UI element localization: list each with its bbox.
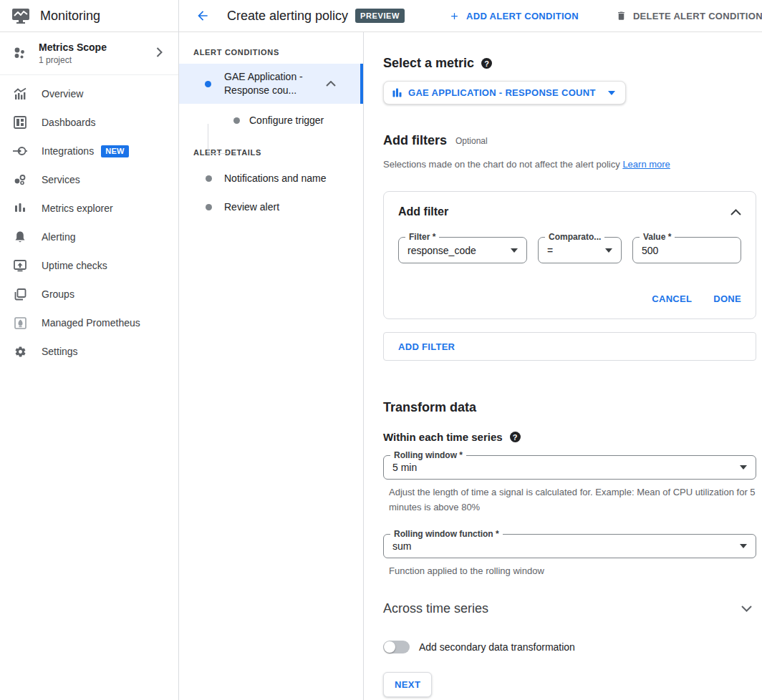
filter-card-collapse-icon[interactable] — [730, 209, 741, 215]
condition-editor: Select a metric ? GAE APPLICATION - RESP… — [364, 32, 762, 700]
page-title: Create alerting policy — [227, 9, 348, 24]
across-time-series-section[interactable]: Across time series — [383, 601, 756, 616]
app-title: Monitoring — [40, 9, 100, 24]
active-step-indicator-bar — [360, 64, 363, 104]
sidebar-item-integrations[interactable]: Integrations NEW — [0, 137, 178, 165]
rolling-window-select[interactable]: Rolling window * 5 min — [383, 455, 756, 480]
bar-chart-icon — [392, 88, 402, 97]
sidebar: Monitoring Metrics Scope 1 project Overv… — [0, 0, 179, 700]
topbar: Create alerting policy PREVIEW ADD ALERT… — [179, 0, 762, 32]
metrics-scope-subtitle: 1 project — [39, 55, 156, 65]
main-region: Create alerting policy PREVIEW ADD ALERT… — [179, 0, 762, 700]
within-each-time-series-heading: Within each time series ? — [383, 431, 756, 443]
settings-gear-icon — [12, 344, 28, 359]
sidebar-item-uptime-checks[interactable]: Uptime checks — [0, 251, 178, 280]
secondary-transformation-row: Add secondary data transformation — [383, 641, 756, 653]
secondary-transformation-toggle[interactable] — [383, 641, 410, 653]
uptime-checks-icon — [12, 258, 28, 273]
active-step-label-line1: GAE Application - — [224, 70, 324, 84]
delete-alert-condition-button[interactable]: DELETE ALERT CONDITION — [616, 10, 762, 21]
managed-prometheus-icon — [12, 316, 28, 330]
sidebar-item-alerting[interactable]: Alerting — [0, 223, 178, 251]
done-button[interactable]: DONE — [713, 293, 741, 304]
filter-select[interactable]: Filter * response_code — [398, 237, 527, 263]
sidebar-item-services[interactable]: Services — [0, 165, 178, 194]
groups-icon — [12, 287, 28, 301]
active-step-label-line2: Response cou... — [224, 84, 324, 97]
add-filters-heading: Add filters Optional — [383, 133, 756, 148]
alert-steps-panel: ALERT CONDITIONS GAE Application - Respo… — [179, 32, 364, 700]
add-filter-title: Add filter — [398, 205, 448, 218]
next-button[interactable]: NEXT — [383, 672, 432, 697]
sidebar-item-settings[interactable]: Settings — [0, 337, 178, 366]
optional-label: Optional — [455, 136, 488, 146]
alerting-icon — [12, 230, 28, 244]
dropdown-caret-icon — [740, 465, 747, 470]
sidebar-nav: Overview Dashboards Integrations NEW Ser… — [0, 75, 178, 366]
trash-icon — [616, 10, 627, 21]
sidebar-item-metrics-explorer[interactable]: Metrics explorer — [0, 194, 178, 223]
monitoring-logo-icon — [11, 8, 30, 24]
filters-note: Selections made on the chart do not affe… — [383, 159, 756, 170]
comparator-select[interactable]: Comparato... = — [538, 237, 622, 263]
sidebar-item-dashboards[interactable]: Dashboards — [0, 108, 178, 137]
dropdown-caret-icon — [511, 248, 518, 253]
step-gae-application-condition[interactable]: GAE Application - Response cou... — [179, 64, 363, 104]
configure-trigger-dot — [233, 117, 240, 124]
select-metric-help-icon[interactable]: ? — [481, 58, 492, 69]
dropdown-caret-icon — [740, 544, 747, 548]
sidebar-item-managed-prometheus[interactable]: Managed Prometheus — [0, 308, 178, 337]
step-review-alert[interactable]: Review alert — [179, 193, 363, 221]
dashboards-icon — [12, 115, 28, 130]
sidebar-header: Monitoring — [0, 0, 178, 32]
across-expand-chevron-down-icon[interactable] — [741, 606, 752, 612]
within-time-series-help-icon[interactable]: ? — [510, 432, 521, 442]
step-notifications-and-name[interactable]: Notifications and name — [179, 164, 363, 193]
rolling-window-function-select[interactable]: Rolling window function * sum — [383, 534, 756, 558]
integrations-icon — [12, 144, 28, 158]
chevron-right-icon — [156, 47, 163, 60]
app-window: Monitoring Metrics Scope 1 project Overv… — [0, 0, 762, 700]
plus-icon — [449, 11, 460, 21]
alert-conditions-header: ALERT CONDITIONS — [179, 48, 363, 57]
metric-selector-chip[interactable]: GAE APPLICATION - RESPONSE COUNT — [383, 81, 626, 104]
transform-data-heading: Transform data — [383, 400, 756, 415]
add-alert-condition-button[interactable]: ADD ALERT CONDITION — [449, 11, 579, 21]
metrics-scope-selector[interactable]: Metrics Scope 1 project — [0, 32, 178, 75]
step-configure-trigger[interactable]: Configure trigger — [179, 104, 363, 137]
metrics-scope-title: Metrics Scope — [39, 42, 156, 53]
add-filter-button[interactable]: ADD FILTER — [383, 332, 756, 361]
select-metric-heading: Select a metric ? — [383, 56, 756, 71]
alert-details-header: ALERT DETAILS — [179, 148, 363, 157]
metrics-scope-icon — [11, 45, 30, 62]
secondary-transformation-label: Add secondary data transformation — [419, 641, 575, 653]
new-badge: NEW — [101, 145, 129, 157]
metrics-explorer-icon — [12, 201, 28, 215]
rolling-window-helper-text: Adjust the length of time a signal is ca… — [383, 485, 756, 515]
learn-more-link[interactable]: Learn more — [622, 159, 670, 170]
back-arrow-icon[interactable] — [194, 7, 211, 24]
services-icon — [12, 172, 28, 187]
cancel-button[interactable]: CANCEL — [652, 293, 692, 304]
value-input[interactable]: Value * 500 — [632, 237, 741, 263]
sidebar-item-groups[interactable]: Groups — [0, 280, 178, 308]
active-step-dot — [205, 81, 211, 87]
preview-badge: PREVIEW — [355, 9, 405, 23]
notifications-step-dot — [206, 175, 212, 182]
dropdown-caret-icon — [608, 91, 615, 95]
sidebar-item-overview[interactable]: Overview — [0, 79, 178, 108]
across-time-series-heading: Across time series — [383, 601, 488, 616]
overview-icon — [12, 87, 28, 101]
step-connector-line — [208, 124, 228, 154]
rolling-window-function-helper-text: Function applied to the rolling window — [383, 563, 756, 578]
collapse-chevron-up-icon[interactable] — [326, 81, 336, 87]
review-step-dot — [206, 204, 212, 210]
add-filter-card: Add filter Filter * response_code Compar… — [383, 191, 756, 319]
dropdown-caret-icon — [605, 248, 612, 253]
